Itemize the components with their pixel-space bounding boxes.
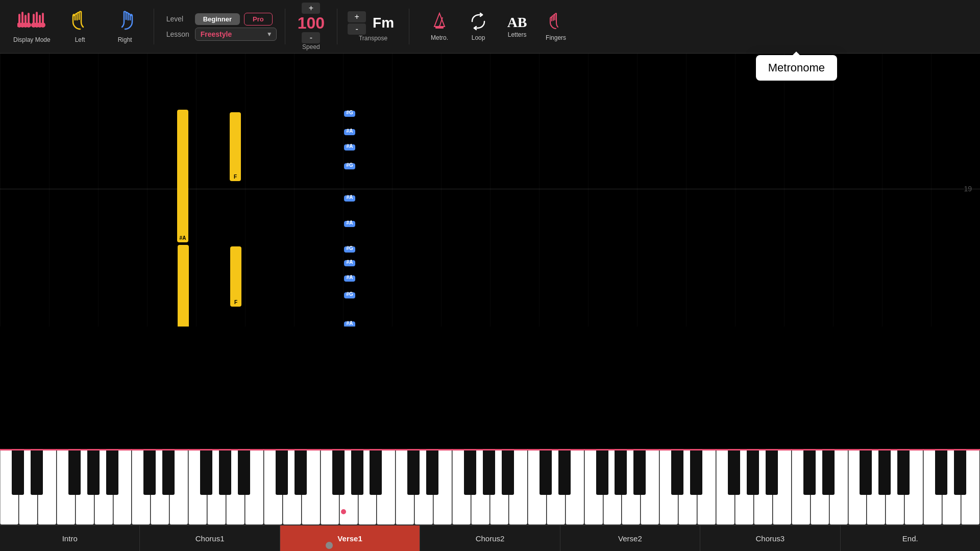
roll-vline — [147, 54, 148, 327]
metronome-button[interactable]: Metro. — [422, 9, 457, 44]
lesson-select-wrap: Freestyle ▼ — [195, 28, 277, 41]
pro-button[interactable]: Pro — [244, 13, 273, 26]
black-key[interactable] — [540, 450, 552, 495]
black-key[interactable] — [860, 450, 872, 495]
black-key[interactable] — [502, 450, 514, 495]
black-key[interactable] — [276, 450, 288, 495]
section-progress — [326, 542, 333, 549]
note-n12: #A — [344, 260, 355, 266]
roll-vline — [686, 54, 687, 327]
note-n5: #A — [344, 144, 355, 151]
black-key[interactable] — [690, 450, 702, 495]
divider1 — [154, 9, 154, 44]
roll-vline — [539, 54, 540, 327]
black-key[interactable] — [822, 450, 835, 495]
left-hand-button[interactable]: Left — [60, 7, 101, 46]
black-key[interactable] — [332, 450, 345, 495]
speed-label: Speed — [302, 43, 320, 51]
note-n2: F — [230, 112, 241, 181]
transpose-value: Fm — [368, 15, 399, 31]
section-item-s7[interactable]: End. — [841, 525, 980, 551]
transpose-plus-button[interactable]: + — [348, 11, 366, 22]
black-key[interactable] — [12, 450, 24, 495]
note-n14: #G — [344, 292, 355, 298]
black-key[interactable] — [219, 450, 231, 495]
transpose-label: Transpose — [359, 35, 387, 42]
note-n4: #A — [344, 129, 355, 135]
speed-group: + 100 - Speed — [298, 3, 325, 51]
black-key[interactable] — [671, 450, 683, 495]
note-n7: #A — [344, 195, 355, 202]
transpose-minus-button[interactable]: - — [348, 23, 366, 35]
black-key[interactable] — [935, 450, 947, 495]
black-key[interactable] — [747, 450, 759, 495]
display-mode-label: Display Mode — [13, 36, 51, 43]
piano-roll: 19 // Will be rendered after DOM load #A… — [0, 54, 980, 327]
section-item-s1[interactable]: Intro — [0, 525, 140, 551]
black-key[interactable] — [633, 450, 646, 495]
roll-vline — [588, 54, 589, 327]
lesson-row: Lesson Freestyle ▼ — [166, 28, 277, 41]
black-key[interactable] — [558, 450, 571, 495]
transpose-controls: + - Fm — [348, 11, 399, 35]
roll-vline — [931, 54, 932, 327]
loop-button[interactable]: Loop — [460, 9, 496, 44]
right-hand-button[interactable]: Right — [105, 7, 145, 46]
black-key[interactable] — [87, 450, 100, 495]
black-key[interactable] — [728, 450, 740, 495]
black-key[interactable] — [68, 450, 81, 495]
transpose-btns: + - — [348, 11, 366, 35]
black-key[interactable] — [31, 450, 43, 495]
beginner-button[interactable]: Beginner — [195, 13, 240, 25]
right-hand-icon — [114, 10, 136, 35]
right-icon-buttons: Metro. Loop AB Letters F — [422, 9, 574, 44]
black-key[interactable] — [407, 450, 420, 495]
black-key[interactable] — [106, 450, 118, 495]
divider4 — [409, 9, 409, 44]
black-key[interactable] — [596, 450, 608, 495]
fingers-label: Fingers — [546, 34, 566, 41]
black-key[interactable] — [615, 450, 627, 495]
fingers-button[interactable]: Fingers — [538, 9, 574, 44]
left-label: Left — [75, 36, 85, 43]
black-key[interactable] — [464, 450, 476, 495]
lesson-select[interactable]: Freestyle — [195, 28, 277, 41]
black-key[interactable] — [351, 450, 363, 495]
speed-minus-button[interactable]: - — [302, 32, 320, 43]
section-item-s5[interactable]: Verse2 — [560, 525, 700, 551]
black-key[interactable] — [200, 450, 212, 495]
measure-number: 19 — [964, 185, 972, 193]
right-label: Right — [118, 36, 132, 43]
note-n3: #G — [344, 111, 355, 117]
section-item-s6[interactable]: Chorus3 — [700, 525, 840, 551]
metronome-tooltip: Metronome — [756, 55, 837, 81]
black-key[interactable] — [162, 450, 175, 495]
section-item-s4[interactable]: Chorus2 — [420, 525, 560, 551]
svg-rect-3 — [28, 13, 30, 24]
black-key[interactable] — [766, 450, 778, 495]
speed-controls: + 100 - — [298, 3, 325, 43]
letters-button[interactable]: AB Letters — [499, 9, 535, 44]
black-key[interactable] — [954, 450, 966, 495]
sections-bar: IntroChorus1Verse1Chorus2Verse2Chorus3En… — [0, 525, 980, 551]
black-key[interactable] — [238, 450, 250, 495]
black-key[interactable] — [878, 450, 891, 495]
black-key[interactable] — [803, 450, 816, 495]
note-n15: #A — [344, 321, 355, 327]
black-key[interactable] — [483, 450, 495, 495]
section-item-s2[interactable]: Chorus1 — [140, 525, 280, 551]
display-mode-button[interactable]: Display Mode — [8, 7, 56, 46]
note-n11: #G — [344, 246, 355, 253]
black-key[interactable] — [370, 450, 382, 495]
speed-plus-button[interactable]: + — [302, 3, 320, 14]
note-n9: #A — [178, 245, 189, 327]
roll-vline — [294, 54, 295, 327]
speed-value: 100 — [298, 15, 325, 31]
section-item-s3[interactable]: Verse1 — [280, 525, 420, 551]
black-key[interactable] — [143, 450, 156, 495]
black-key[interactable] — [295, 450, 307, 495]
display-mode-icon — [17, 10, 46, 35]
level-label: Level — [166, 15, 191, 23]
black-key[interactable] — [897, 450, 910, 495]
black-key[interactable] — [426, 450, 438, 495]
